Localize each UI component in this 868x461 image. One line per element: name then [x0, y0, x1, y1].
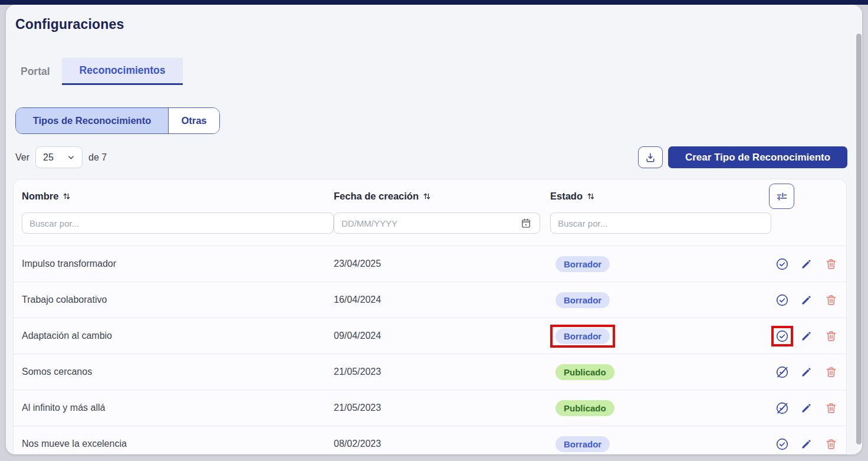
- slash-circle-icon: [775, 365, 789, 379]
- filter-estado-input[interactable]: [550, 212, 771, 234]
- pencil-icon: [800, 366, 813, 378]
- scrollbar-thumb[interactable]: [856, 34, 862, 444]
- pencil-icon: [800, 402, 813, 414]
- top-bar: [0, 0, 868, 5]
- row-nombre: Trabajo colaborativo: [22, 295, 334, 305]
- delete-button[interactable]: [825, 258, 837, 270]
- publish-button[interactable]: [775, 437, 789, 451]
- publish-toggle-annotation-box: [771, 254, 793, 274]
- tab-portal[interactable]: Portal: [21, 58, 62, 85]
- chevron-down-icon: [67, 153, 75, 161]
- edit-button[interactable]: [800, 258, 813, 270]
- row-nombre: Somos cercanos: [22, 367, 334, 377]
- total-label: de 7: [88, 152, 107, 163]
- row-fecha: 21/05/2023: [334, 367, 550, 377]
- table-row: Nos mueve la excelencia 08/02/2023 Borra…: [14, 426, 846, 455]
- publish-toggle-annotation-box: [771, 290, 793, 310]
- slash-circle-icon: [775, 401, 789, 415]
- publish-button[interactable]: [775, 329, 789, 343]
- publish-toggle-annotation-box: [771, 434, 793, 455]
- column-header-fecha[interactable]: Fecha de creación: [334, 191, 550, 202]
- column-settings-button[interactable]: [769, 184, 794, 209]
- trash-icon: [825, 366, 837, 378]
- status-badge: Publicado: [555, 400, 614, 416]
- page-size-select[interactable]: 25: [35, 146, 83, 168]
- trash-icon: [825, 258, 837, 270]
- edit-button[interactable]: [800, 402, 813, 414]
- page-title: Configuraciones: [15, 17, 124, 32]
- publish-toggle-annotation-box: [771, 398, 793, 419]
- table-header-row: Nombre Fecha de creación Estado: [14, 179, 846, 212]
- table-filter-row: [14, 212, 846, 246]
- publish-button[interactable]: [775, 257, 789, 271]
- filter-nombre-input[interactable]: [22, 212, 334, 234]
- table-row: Al infinito y más allá 21/05/2023 Public…: [14, 390, 846, 426]
- status-badge-annotation-box: Borrador: [550, 253, 615, 276]
- publish-button[interactable]: [775, 293, 789, 307]
- sort-icon[interactable]: [63, 192, 71, 201]
- subtab-tipos-de-reconocimiento[interactable]: Tipos de Reconocimiento: [16, 108, 169, 133]
- edit-button[interactable]: [800, 438, 813, 450]
- row-fecha: 09/04/2024: [334, 331, 550, 341]
- tab-reconocimientos[interactable]: Reconocimientos: [62, 58, 183, 85]
- table-row: Adaptación al cambio 09/04/2024 Borrador: [14, 318, 846, 354]
- main-tabs: Portal Reconocimientos: [21, 58, 183, 85]
- filter-fecha-input[interactable]: [334, 212, 540, 234]
- row-nombre: Adaptación al cambio: [22, 331, 334, 341]
- row-fecha: 21/05/2023: [334, 403, 550, 413]
- table-row: Trabajo colaborativo 16/04/2024 Borrador: [14, 282, 846, 318]
- status-badge-annotation-box: Borrador: [550, 289, 615, 312]
- sort-icon[interactable]: [423, 192, 431, 201]
- column-label: Fecha de creación: [334, 191, 419, 202]
- edit-button[interactable]: [800, 366, 813, 378]
- row-nombre: Nos mueve la excelencia: [22, 439, 334, 449]
- edit-button[interactable]: [800, 330, 813, 342]
- sort-icon[interactable]: [587, 192, 595, 201]
- status-badge: Borrador: [555, 292, 610, 308]
- check-circle-icon: [775, 329, 789, 343]
- trash-icon: [825, 438, 837, 450]
- ver-label: Ver: [15, 152, 29, 163]
- unpublish-button[interactable]: [775, 365, 789, 379]
- status-badge-annotation-box: Publicado: [550, 361, 620, 384]
- table-body: Impulso transformador 23/04/2025 Borrado…: [14, 246, 846, 455]
- delete-button[interactable]: [825, 366, 837, 378]
- column-header-estado[interactable]: Estado: [550, 191, 771, 202]
- unpublish-button[interactable]: [775, 401, 789, 415]
- publish-toggle-annotation-box: [771, 326, 793, 346]
- edit-button[interactable]: [800, 294, 813, 306]
- check-circle-icon: [775, 293, 789, 307]
- status-badge-annotation-box: Borrador: [550, 325, 615, 348]
- delete-button[interactable]: [825, 330, 837, 342]
- subtab-otras[interactable]: Otras: [169, 108, 219, 133]
- pencil-icon: [800, 330, 813, 342]
- pencil-icon: [800, 438, 813, 450]
- recognition-subtabs: Tipos de Reconocimiento Otras: [15, 107, 220, 134]
- table-row: Impulso transformador 23/04/2025 Borrado…: [14, 246, 846, 282]
- create-recognition-type-button[interactable]: Crear Tipo de Reconocimiento: [668, 146, 847, 168]
- delete-button[interactable]: [825, 402, 837, 414]
- pencil-icon: [800, 258, 813, 270]
- row-fecha: 23/04/2025: [334, 259, 550, 269]
- recognition-types-table: Nombre Fecha de creación Estado: [13, 179, 847, 455]
- trash-icon: [825, 402, 837, 414]
- row-nombre: Impulso transformador: [22, 259, 334, 269]
- publish-toggle-annotation-box: [771, 362, 793, 382]
- sliders-icon: [775, 190, 788, 203]
- download-button[interactable]: [638, 146, 663, 168]
- download-icon: [645, 152, 656, 164]
- delete-button[interactable]: [825, 438, 837, 450]
- pencil-icon: [800, 294, 813, 306]
- status-badge-annotation-box: Publicado: [550, 397, 620, 420]
- trash-icon: [825, 330, 837, 342]
- row-fecha: 16/04/2024: [334, 295, 550, 305]
- column-header-nombre[interactable]: Nombre: [22, 191, 334, 202]
- status-badge: Borrador: [555, 328, 610, 344]
- status-badge-annotation-box: Borrador: [550, 433, 615, 455]
- column-label: Nombre: [22, 191, 58, 202]
- status-badge: Borrador: [555, 436, 610, 452]
- status-badge: Publicado: [555, 364, 614, 380]
- page-size-value: 25: [43, 152, 54, 163]
- delete-button[interactable]: [825, 294, 837, 306]
- trash-icon: [825, 294, 837, 306]
